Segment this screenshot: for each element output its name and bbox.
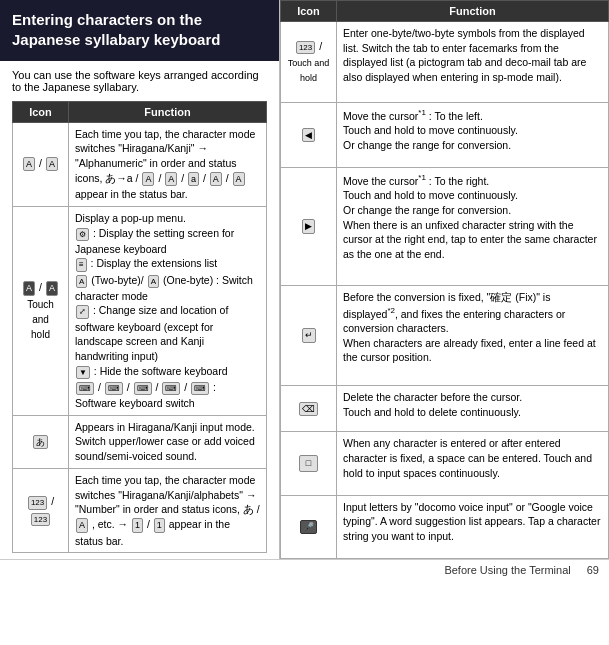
description-text: You can use the software keys arranged a… [12,69,267,93]
icon-cell: A / A Touch andhold [13,206,69,415]
table-row: 123 / 123 Each time you tap, the charact… [13,468,267,552]
icon-left-arrow: ◀ [302,128,315,143]
right-column: Icon Function 123 / Touch and hold Enter… [280,0,609,559]
table-row: ▶ Move the cursor*1 : To the right.Touch… [281,168,609,286]
function-cell: Delete the character before the cursor.T… [337,386,609,432]
function-cell: Appears in Hiragana/Kanji input mode. Sw… [69,415,267,468]
icon-ahi: あ [33,435,48,450]
heading-text: Entering characters on the Japanese syll… [12,11,220,48]
table-row: ◀ Move the cursor*1 : To the left.Touch … [281,102,609,167]
icon-delete: ⌫ [299,402,318,417]
table-row: A / A Touch andhold Display a pop-up men… [13,206,267,415]
icon-cell: あ [13,415,69,468]
icon-cell: ↵ [281,286,337,386]
table-row: □ When any character is entered or after… [281,432,609,495]
touch-hold-label: Touch andhold [27,299,54,340]
function-cell: Before the conversion is fixed, "確定 (Fix… [337,286,609,386]
function-cell: Enter one-byte/two-byte symbols from the… [337,22,609,103]
page-number: 69 [587,564,599,576]
icon-enter: ↵ [302,328,316,343]
icon-sym: 123 [296,41,315,54]
left-table: Icon Function A / A Each time you tap, t… [12,101,267,554]
table-row: あ Appears in Hiragana/Kanji input mode. … [13,415,267,468]
icon-cell: □ [281,432,337,495]
icon-cell: ⌫ [281,386,337,432]
icon-space: □ [299,455,318,472]
right-col-header-icon: Icon [281,1,337,22]
icon-cell: 🎤 [281,495,337,558]
function-cell: When any character is entered or after e… [337,432,609,495]
left-body: You can use the software keys arranged a… [0,61,279,560]
table-row: 123 / Touch and hold Enter one-byte/two-… [281,22,609,103]
function-cell: Each time you tap, the character mode sw… [69,468,267,552]
icon-cell: ▶ [281,168,337,286]
icon-123-1: 123 [28,496,47,509]
icon-123-2: 123 [31,513,50,526]
left-column: Entering characters on the Japanese syll… [0,0,280,559]
function-cell: Input letters by "docomo voice input" or… [337,495,609,558]
left-col-header-icon: Icon [13,101,69,122]
icon-cell: 123 / Touch and hold [281,22,337,103]
function-cell: Display a pop-up menu. ⚙ : Display the s… [69,206,267,415]
icon-cell: 123 / 123 [13,468,69,552]
right-col-header-function: Function [337,1,609,22]
function-cell: Move the cursor*1 : To the left.Touch an… [337,102,609,167]
icon-right-arrow: ▶ [302,219,315,234]
footer: Before Using the Terminal 69 [0,559,609,580]
table-row: ⌫ Delete the character before the cursor… [281,386,609,432]
left-heading: Entering characters on the Japanese syll… [0,0,279,61]
table-row: 🎤 Input letters by "docomo voice input" … [281,495,609,558]
icon-a1: A [23,157,35,172]
page-layout: Entering characters on the Japanese syll… [0,0,609,559]
touch-hold-label2: Touch and hold [288,58,330,83]
footer-label: Before Using the Terminal [444,564,570,576]
icon-a3: A [23,281,35,296]
function-cell: Move the cursor*1 : To the right.Touch a… [337,168,609,286]
icon-a4: A [46,281,58,296]
icon-a2: A [46,157,58,172]
table-row: A / A Each time you tap, the character m… [13,122,267,206]
left-col-header-function: Function [69,101,267,122]
table-row: ↵ Before the conversion is fixed, "確定 (F… [281,286,609,386]
right-table: Icon Function 123 / Touch and hold Enter… [280,0,609,559]
icon-cell: ◀ [281,102,337,167]
icon-mic: 🎤 [300,520,317,535]
function-cell: Each time you tap, the character mode sw… [69,122,267,206]
icon-cell: A / A [13,122,69,206]
